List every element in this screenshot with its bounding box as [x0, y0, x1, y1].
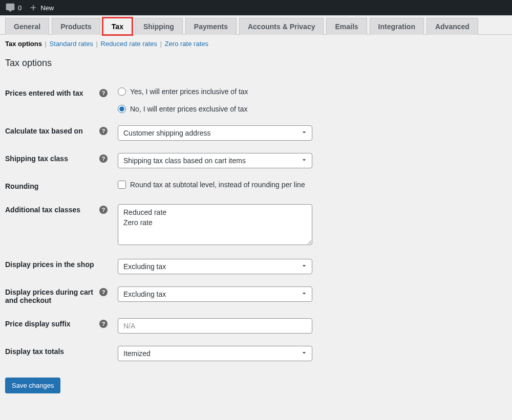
new-label: New [40, 4, 54, 12]
prices-exclusive-radio[interactable] [118, 105, 126, 113]
comment-count: 0 [18, 4, 22, 12]
tab-payments[interactable]: Payments [185, 18, 237, 35]
display-totals-select[interactable]: Itemized [118, 346, 312, 361]
prices-exclusive-label: No, I will enter prices exclusive of tax [130, 105, 248, 113]
tab-products[interactable]: Products [52, 18, 100, 35]
calculate-tax-select[interactable]: Customer shipping address [118, 125, 312, 141]
help-icon[interactable]: ? [99, 127, 108, 135]
display-shop-select-wrap: Excluding tax [118, 259, 312, 274]
display-shop-select[interactable]: Excluding tax [118, 259, 312, 274]
help-icon[interactable]: ? [99, 154, 108, 163]
display-shop-label: Display prices in the shop [5, 260, 108, 269]
content-area: General Products Tax Shipping Payments A… [0, 15, 512, 404]
additional-classes-textarea[interactable] [118, 204, 312, 245]
help-icon[interactable]: ? [99, 320, 108, 328]
subnav-separator: | [160, 40, 164, 48]
tab-integration[interactable]: Integration [370, 18, 424, 35]
tab-emails[interactable]: Emails [326, 18, 367, 35]
subnav-tax-options[interactable]: Tax options [5, 40, 42, 48]
sub-nav: Tax options | Standard rates | Reduced r… [0, 35, 512, 48]
subnav-standard-rates[interactable]: Standard rates [50, 40, 93, 48]
prices-exclusive-option[interactable]: No, I will enter prices exclusive of tax [118, 105, 507, 113]
display-cart-select[interactable]: Excluding tax [118, 286, 312, 302]
shipping-tax-select-wrap: Shipping tax class based on cart items [118, 153, 312, 168]
help-icon[interactable]: ? [99, 89, 108, 97]
subnav-reduced-rates[interactable]: Reduced rate rates [101, 40, 158, 48]
tab-shipping[interactable]: Shipping [135, 18, 183, 35]
prices-inclusive-radio[interactable] [118, 87, 126, 96]
subnav-separator: | [96, 40, 100, 48]
display-totals-label: Display tax totals [5, 347, 108, 356]
help-icon[interactable]: ? [99, 288, 108, 296]
help-icon[interactable]: ? [99, 206, 108, 214]
tab-tax[interactable]: Tax [103, 18, 132, 35]
prices-inclusive-option[interactable]: Yes, I will enter prices inclusive of ta… [118, 87, 507, 96]
admin-bar: 0 New [0, 0, 512, 15]
save-changes-button[interactable]: Save changes [5, 378, 60, 393]
price-suffix-input[interactable] [118, 318, 312, 334]
rounding-checkbox[interactable] [118, 181, 126, 189]
shipping-tax-select[interactable]: Shipping tax class based on cart items [118, 153, 312, 168]
shipping-tax-label: Shipping tax class [5, 154, 93, 163]
display-totals-select-wrap: Itemized [118, 346, 312, 361]
prices-inclusive-label: Yes, I will enter prices inclusive of ta… [130, 87, 248, 96]
display-cart-label: Display prices during cart and checkout [5, 288, 93, 304]
plus-icon [29, 3, 38, 12]
additional-classes-label: Additional tax classes [5, 206, 93, 214]
form-table: Prices entered with tax ? Yes, I will en… [0, 81, 512, 367]
speech-bubble-icon [5, 3, 15, 13]
rounding-option[interactable]: Round tax at subtotal level, instead of … [118, 181, 507, 189]
calculate-tax-select-wrap: Customer shipping address [118, 125, 312, 141]
section-title: Tax options [0, 48, 512, 74]
subnav-zero-rates[interactable]: Zero rate rates [165, 40, 208, 48]
nav-tabs: General Products Tax Shipping Payments A… [0, 15, 512, 35]
admin-bar-comments[interactable]: 0 [5, 3, 22, 13]
admin-bar-new[interactable]: New [29, 3, 54, 12]
price-suffix-label: Price display suffix [5, 320, 93, 328]
rounding-label: Rounding [5, 182, 108, 190]
tab-advanced[interactable]: Advanced [426, 18, 478, 35]
prices-entered-label: Prices entered with tax [5, 89, 93, 97]
tab-accounts-privacy[interactable]: Accounts & Privacy [239, 18, 324, 35]
calculate-tax-label: Calculate tax based on [5, 127, 93, 135]
rounding-check-label: Round tax at subtotal level, instead of … [130, 181, 305, 189]
tab-general[interactable]: General [5, 18, 49, 35]
subnav-separator: | [45, 40, 49, 48]
display-cart-select-wrap: Excluding tax [118, 286, 312, 302]
